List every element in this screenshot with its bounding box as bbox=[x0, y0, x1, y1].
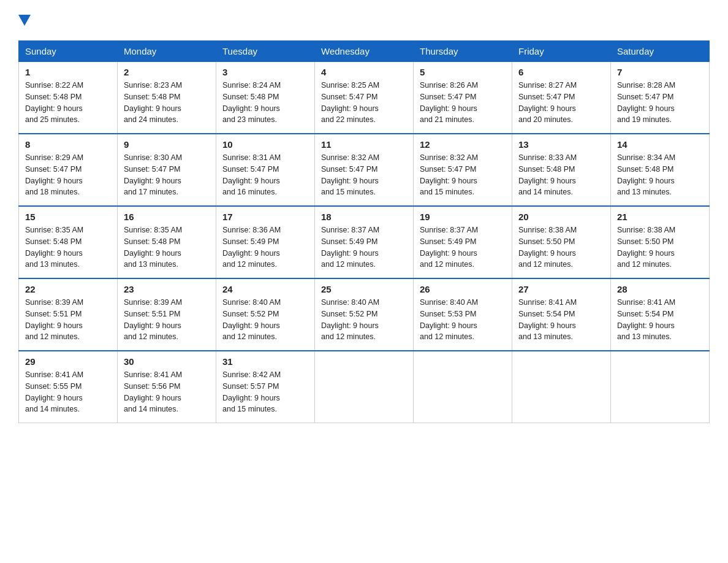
day-number: 11 bbox=[321, 139, 407, 150]
day-number: 13 bbox=[518, 139, 604, 150]
calendar-cell: 27 Sunrise: 8:41 AMSunset: 5:54 PMDaylig… bbox=[512, 278, 611, 351]
day-info: Sunrise: 8:37 AMSunset: 5:49 PMDaylight:… bbox=[321, 226, 379, 269]
day-info: Sunrise: 8:37 AMSunset: 5:49 PMDaylight:… bbox=[420, 226, 478, 269]
calendar-cell: 7 Sunrise: 8:28 AMSunset: 5:47 PMDayligh… bbox=[611, 62, 710, 134]
calendar-cell: 17 Sunrise: 8:36 AMSunset: 5:49 PMDaylig… bbox=[216, 206, 315, 278]
calendar-cell: 1 Sunrise: 8:22 AMSunset: 5:48 PMDayligh… bbox=[19, 62, 118, 134]
day-number: 20 bbox=[518, 212, 604, 222]
calendar-cell bbox=[315, 351, 414, 423]
calendar-table: SundayMondayTuesdayWednesdayThursdayFrid… bbox=[18, 40, 710, 423]
calendar-cell: 9 Sunrise: 8:30 AMSunset: 5:47 PMDayligh… bbox=[118, 134, 216, 206]
calendar-cell bbox=[611, 351, 710, 423]
day-number: 19 bbox=[420, 212, 506, 222]
calendar-cell: 24 Sunrise: 8:40 AMSunset: 5:52 PMDaylig… bbox=[216, 278, 315, 351]
day-number: 6 bbox=[518, 67, 604, 77]
calendar-week-row: 15 Sunrise: 8:35 AMSunset: 5:48 PMDaylig… bbox=[19, 206, 710, 278]
day-number: 4 bbox=[321, 67, 407, 77]
calendar-cell: 28 Sunrise: 8:41 AMSunset: 5:54 PMDaylig… bbox=[611, 278, 710, 351]
weekday-header-sunday: Sunday bbox=[19, 41, 118, 62]
day-number: 26 bbox=[420, 284, 506, 294]
weekday-header-thursday: Thursday bbox=[414, 41, 512, 62]
day-info: Sunrise: 8:32 AMSunset: 5:47 PMDaylight:… bbox=[321, 153, 379, 196]
calendar-cell: 26 Sunrise: 8:40 AMSunset: 5:53 PMDaylig… bbox=[414, 278, 512, 351]
day-info: Sunrise: 8:35 AMSunset: 5:48 PMDaylight:… bbox=[25, 226, 83, 269]
day-info: Sunrise: 8:40 AMSunset: 5:53 PMDaylight:… bbox=[420, 298, 478, 341]
weekday-header-friday: Friday bbox=[512, 41, 611, 62]
day-number: 31 bbox=[222, 356, 308, 367]
calendar-cell: 15 Sunrise: 8:35 AMSunset: 5:48 PMDaylig… bbox=[19, 206, 118, 278]
day-info: Sunrise: 8:41 AMSunset: 5:54 PMDaylight:… bbox=[617, 298, 675, 341]
calendar-cell bbox=[414, 351, 512, 423]
calendar-cell: 16 Sunrise: 8:35 AMSunset: 5:48 PMDaylig… bbox=[118, 206, 216, 278]
calendar-cell: 11 Sunrise: 8:32 AMSunset: 5:47 PMDaylig… bbox=[315, 134, 414, 206]
day-number: 27 bbox=[518, 284, 604, 294]
page-header bbox=[18, 12, 710, 29]
calendar-week-row: 22 Sunrise: 8:39 AMSunset: 5:51 PMDaylig… bbox=[19, 278, 710, 351]
day-info: Sunrise: 8:27 AMSunset: 5:47 PMDaylight:… bbox=[518, 81, 577, 124]
day-info: Sunrise: 8:26 AMSunset: 5:47 PMDaylight:… bbox=[420, 81, 478, 124]
calendar-week-row: 29 Sunrise: 8:41 AMSunset: 5:55 PMDaylig… bbox=[19, 351, 710, 423]
calendar-cell: 14 Sunrise: 8:34 AMSunset: 5:48 PMDaylig… bbox=[611, 134, 710, 206]
day-info: Sunrise: 8:33 AMSunset: 5:48 PMDaylight:… bbox=[518, 153, 577, 196]
day-info: Sunrise: 8:34 AMSunset: 5:48 PMDaylight:… bbox=[617, 153, 675, 196]
day-number: 25 bbox=[321, 284, 407, 294]
day-number: 15 bbox=[25, 212, 111, 222]
calendar-header-row: SundayMondayTuesdayWednesdayThursdayFrid… bbox=[19, 41, 710, 62]
day-number: 21 bbox=[617, 212, 703, 222]
calendar-week-row: 1 Sunrise: 8:22 AMSunset: 5:48 PMDayligh… bbox=[19, 62, 710, 134]
day-number: 3 bbox=[222, 67, 308, 77]
day-number: 8 bbox=[25, 139, 111, 150]
day-info: Sunrise: 8:25 AMSunset: 5:47 PMDaylight:… bbox=[321, 81, 379, 124]
day-info: Sunrise: 8:41 AMSunset: 5:55 PMDaylight:… bbox=[25, 370, 83, 413]
day-info: Sunrise: 8:40 AMSunset: 5:52 PMDaylight:… bbox=[222, 298, 281, 341]
weekday-header-saturday: Saturday bbox=[611, 41, 710, 62]
calendar-cell: 4 Sunrise: 8:25 AMSunset: 5:47 PMDayligh… bbox=[315, 62, 414, 134]
calendar-week-row: 8 Sunrise: 8:29 AMSunset: 5:47 PMDayligh… bbox=[19, 134, 710, 206]
calendar-cell: 3 Sunrise: 8:24 AMSunset: 5:48 PMDayligh… bbox=[216, 62, 315, 134]
day-info: Sunrise: 8:41 AMSunset: 5:54 PMDaylight:… bbox=[518, 298, 577, 341]
day-number: 18 bbox=[321, 212, 407, 222]
calendar-cell: 30 Sunrise: 8:41 AMSunset: 5:56 PMDaylig… bbox=[118, 351, 216, 423]
svg-marker-0 bbox=[18, 15, 31, 26]
day-number: 22 bbox=[25, 284, 111, 294]
day-number: 24 bbox=[222, 284, 308, 294]
calendar-cell: 25 Sunrise: 8:40 AMSunset: 5:52 PMDaylig… bbox=[315, 278, 414, 351]
calendar-cell: 6 Sunrise: 8:27 AMSunset: 5:47 PMDayligh… bbox=[512, 62, 611, 134]
calendar-cell: 10 Sunrise: 8:31 AMSunset: 5:47 PMDaylig… bbox=[216, 134, 315, 206]
calendar-cell: 5 Sunrise: 8:26 AMSunset: 5:47 PMDayligh… bbox=[414, 62, 512, 134]
day-number: 1 bbox=[25, 67, 111, 77]
day-info: Sunrise: 8:41 AMSunset: 5:56 PMDaylight:… bbox=[124, 370, 182, 413]
day-number: 30 bbox=[124, 356, 210, 367]
calendar-cell: 21 Sunrise: 8:38 AMSunset: 5:50 PMDaylig… bbox=[611, 206, 710, 278]
calendar-cell: 2 Sunrise: 8:23 AMSunset: 5:48 PMDayligh… bbox=[118, 62, 216, 134]
calendar-cell: 8 Sunrise: 8:29 AMSunset: 5:47 PMDayligh… bbox=[19, 134, 118, 206]
calendar-cell: 12 Sunrise: 8:32 AMSunset: 5:47 PMDaylig… bbox=[414, 134, 512, 206]
calendar-cell: 19 Sunrise: 8:37 AMSunset: 5:49 PMDaylig… bbox=[414, 206, 512, 278]
day-info: Sunrise: 8:22 AMSunset: 5:48 PMDaylight:… bbox=[25, 81, 83, 124]
day-number: 14 bbox=[617, 139, 703, 150]
day-number: 29 bbox=[25, 356, 111, 367]
day-number: 7 bbox=[617, 67, 703, 77]
calendar-cell: 18 Sunrise: 8:37 AMSunset: 5:49 PMDaylig… bbox=[315, 206, 414, 278]
logo-triangle-icon bbox=[18, 15, 31, 26]
day-number: 28 bbox=[617, 284, 703, 294]
calendar-cell: 29 Sunrise: 8:41 AMSunset: 5:55 PMDaylig… bbox=[19, 351, 118, 423]
day-number: 16 bbox=[124, 212, 210, 222]
calendar-cell: 22 Sunrise: 8:39 AMSunset: 5:51 PMDaylig… bbox=[19, 278, 118, 351]
day-number: 5 bbox=[420, 67, 506, 77]
day-number: 9 bbox=[124, 139, 210, 150]
calendar-cell bbox=[512, 351, 611, 423]
calendar-cell: 13 Sunrise: 8:33 AMSunset: 5:48 PMDaylig… bbox=[512, 134, 611, 206]
day-info: Sunrise: 8:30 AMSunset: 5:47 PMDaylight:… bbox=[124, 153, 182, 196]
day-number: 12 bbox=[420, 139, 506, 150]
day-info: Sunrise: 8:40 AMSunset: 5:52 PMDaylight:… bbox=[321, 298, 379, 341]
day-info: Sunrise: 8:31 AMSunset: 5:47 PMDaylight:… bbox=[222, 153, 281, 196]
calendar-cell: 20 Sunrise: 8:38 AMSunset: 5:50 PMDaylig… bbox=[512, 206, 611, 278]
day-info: Sunrise: 8:36 AMSunset: 5:49 PMDaylight:… bbox=[222, 226, 281, 269]
day-info: Sunrise: 8:24 AMSunset: 5:48 PMDaylight:… bbox=[222, 81, 281, 124]
day-number: 2 bbox=[124, 67, 210, 77]
day-number: 23 bbox=[124, 284, 210, 294]
day-info: Sunrise: 8:35 AMSunset: 5:48 PMDaylight:… bbox=[124, 226, 182, 269]
weekday-header-tuesday: Tuesday bbox=[216, 41, 315, 62]
day-info: Sunrise: 8:38 AMSunset: 5:50 PMDaylight:… bbox=[617, 226, 675, 269]
